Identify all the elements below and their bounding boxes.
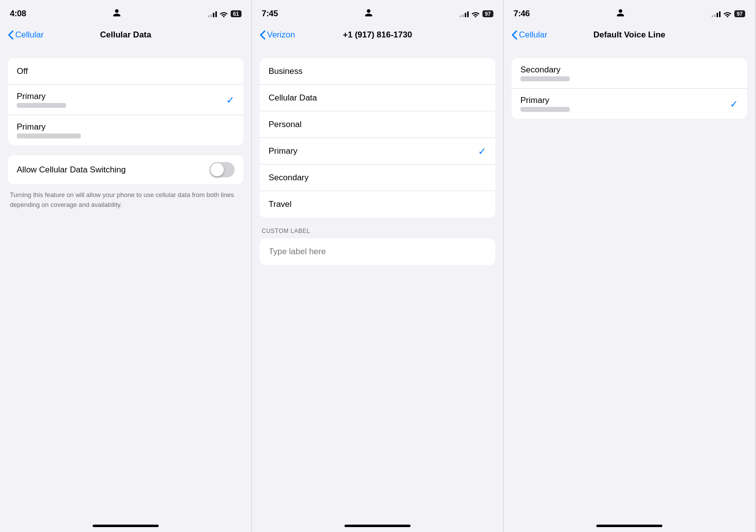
custom-label-input[interactable] [269,247,486,257]
list-item-secondary-voice[interactable]: Secondary [512,58,747,89]
status-icons-2: 97 [460,10,493,17]
list-item-primary-1[interactable]: Primary ✓ [8,85,243,115]
battery-badge-2: 97 [482,10,493,17]
nav-bar-2: Verizon +1 (917) 816-1730 [252,25,503,48]
signal-bars-2 [460,10,469,17]
cellular-data-list: Off Primary ✓ Primary [8,58,243,145]
content-2: Business Cellular Data Personal Primary … [252,48,503,525]
wifi-icon-2 [472,10,480,17]
list-item-business[interactable]: Business [260,58,495,85]
back-button-3[interactable]: Cellular [512,30,548,40]
list-item-primary[interactable]: Primary ✓ [260,138,495,165]
checkmark-primary-voice: ✓ [730,98,738,110]
status-bar-3: 7:46 97 [504,0,755,25]
sublabel-secondary [520,76,570,81]
status-icons-1: 61 [208,10,241,17]
home-indicator-3 [596,525,662,527]
label-options-list: Business Cellular Data Personal Primary … [260,58,495,218]
checkmark-primary-1: ✓ [226,94,235,106]
list-item-personal[interactable]: Personal [260,111,495,138]
person-icon-3 [616,8,625,19]
content-1: Off Primary ✓ Primary Allow Cellular Dat… [0,48,251,525]
list-item-secondary[interactable]: Secondary [260,165,495,191]
content-3: Secondary Primary ✓ [504,48,755,525]
list-item-primary-2[interactable]: Primary [8,115,243,145]
home-indicator-2 [344,525,411,527]
sublabel-primary-voice [520,107,570,112]
nav-title-1: Cellular Data [100,30,151,40]
panel-label-picker: 7:45 97 Verizon +1 (917) 816-1730 Busine… [252,0,504,532]
list-item-cellular-data[interactable]: Cellular Data [260,85,495,111]
list-item-travel[interactable]: Travel [260,191,495,218]
panel-default-voice-line: 7:46 97 Cellular Default Voice Line [504,0,756,532]
battery-badge-1: 61 [231,10,241,17]
back-button-1[interactable]: Cellular [8,30,44,40]
list-item-off[interactable]: Off [8,58,243,85]
status-bar-1: 4:08 61 [0,0,251,25]
person-icon-2 [364,8,373,19]
toggle-label-cellular: Allow Cellular Data Switching [17,165,126,175]
status-time-1: 4:08 [10,9,26,19]
panel-cellular-data: 4:08 61 Cellular Cellular Data Off [0,0,252,532]
signal-bars-3 [712,10,721,17]
list-item-primary-voice[interactable]: Primary ✓ [512,89,747,119]
voice-line-list: Secondary Primary ✓ [512,58,747,119]
nav-bar-3: Cellular Default Voice Line [504,25,755,48]
battery-badge-3: 97 [734,10,745,17]
nav-bar-1: Cellular Cellular Data [0,25,251,48]
toggle-row-cellular-switching: Allow Cellular Data Switching [8,155,243,184]
status-bar-2: 7:45 97 [252,0,503,25]
cellular-switching-description: Turning this feature on will allow your … [8,190,243,209]
checkmark-primary-2: ✓ [478,145,486,157]
custom-label-input-row[interactable] [260,238,495,265]
home-indicator-1 [93,525,159,527]
status-time-3: 7:46 [514,9,530,19]
cellular-switching-toggle[interactable] [209,162,235,177]
wifi-icon-1 [220,10,228,17]
sublabel-2 [17,133,81,138]
status-time-2: 7:45 [262,9,278,19]
custom-label-group [260,238,495,265]
person-icon-1 [112,8,121,20]
wifi-icon-3 [723,10,731,17]
nav-title-3: Default Voice Line [593,30,665,40]
toggle-thumb [210,163,224,176]
signal-bars-1 [208,10,217,17]
custom-label-section-title: CUSTOM LABEL [260,228,495,234]
back-button-2[interactable]: Verizon [260,30,295,40]
sublabel-1 [17,103,66,108]
status-icons-3: 97 [712,10,745,17]
nav-title-2: +1 (917) 816-1730 [343,30,412,40]
